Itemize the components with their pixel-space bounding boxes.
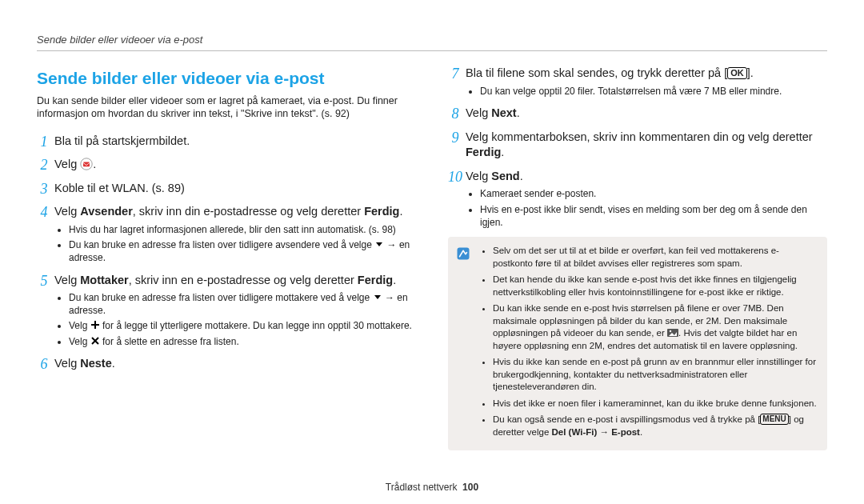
- note-icon: [456, 246, 470, 263]
- step-subitem: Kameraet sender e-posten.: [480, 188, 827, 201]
- svg-rect-2: [458, 248, 470, 260]
- step-subitem: Velg for å slette en adresse fra listen.: [69, 336, 416, 349]
- step-subitem: Du kan bruke en adresse fra listen over …: [69, 292, 416, 317]
- svg-rect-1: [83, 162, 90, 167]
- note-item: Selv om det ser ut til at et bilde er ov…: [493, 245, 818, 270]
- steps-right: Bla til filene som skal sendes, og trykk…: [448, 66, 827, 229]
- note-item: Hvis du ikke kan sende en e-post på grun…: [493, 356, 818, 394]
- step-subitem: Du kan velge opptil 20 filer. Totalstørr…: [480, 86, 827, 98]
- down-icon: [374, 239, 384, 250]
- step: Velg .: [37, 157, 416, 173]
- note-box: Selv om det ser ut til at et bilde er ov…: [448, 237, 827, 450]
- note-item: Du kan også sende en e-post i avspilling…: [493, 414, 818, 438]
- step-subitem: Hvis en e-post ikke blir sendt, vises en…: [480, 204, 827, 229]
- step-subitem: Velg for å legge til ytterligere mottake…: [69, 320, 416, 333]
- ok-button-label: OK: [727, 67, 747, 79]
- x-icon: [90, 336, 100, 347]
- footer: Trådløst nettverk 100: [0, 482, 864, 493]
- note-list: Selv om det ser ut til at et bilde er ov…: [480, 245, 818, 442]
- step: Bla til filene som skal sendes, og trykk…: [448, 66, 827, 98]
- plus-icon: [90, 320, 100, 331]
- step-sublist: Du kan bruke en adresse fra listen over …: [54, 292, 416, 348]
- step: Velg Mottaker, skriv inn en e-postadress…: [37, 273, 416, 349]
- step-subitem: Du kan bruke en adresse fra listen over …: [69, 239, 416, 264]
- step-subitem: Hvis du har lagret informasjonen allered…: [69, 224, 416, 237]
- step-sublist: Kameraet sender e-posten.Hvis en e-post …: [466, 188, 827, 229]
- step: Koble til et WLAN. (s. 89): [37, 181, 416, 197]
- down-icon: [373, 292, 382, 303]
- step: Bla til på startskjermbildet.: [37, 134, 416, 150]
- step: Velg Send.Kameraet sender e-posten.Hvis …: [448, 169, 827, 229]
- step: Velg kommentarboksen, skriv inn kommenta…: [448, 130, 827, 161]
- svg-point-4: [670, 330, 671, 332]
- intro-paragraph: Du kan sende bilder eller videoer som er…: [37, 94, 416, 121]
- running-header: Sende bilder eller videoer via e-post: [37, 34, 827, 46]
- step: Velg Avsender, skriv inn din e-postadres…: [37, 204, 416, 264]
- step: Velg Next.: [448, 106, 827, 122]
- step-sublist: Du kan velge opptil 20 filer. Totalstørr…: [466, 86, 827, 98]
- step: Velg Neste.: [37, 356, 416, 372]
- email-icon: [80, 158, 93, 170]
- steps-left: Bla til på startskjermbildet.Velg .Koble…: [37, 134, 416, 373]
- note-item: Du kan ikke sende en e-post hvis størrel…: [493, 302, 818, 352]
- menu-button-label: MENU: [760, 414, 788, 425]
- footer-page: 100: [462, 482, 478, 493]
- step-sublist: Hvis du har lagret informasjonen allered…: [54, 224, 416, 265]
- note-item: Det kan hende du ikke kan sende e-post h…: [493, 274, 818, 298]
- footer-label: Trådløst nettverk: [386, 482, 458, 493]
- note-item: Hvis det ikke er noen filer i kameraminn…: [493, 398, 818, 410]
- header-rule: [37, 50, 827, 51]
- section-title: Sende bilder eller videoer via e-post: [37, 69, 416, 88]
